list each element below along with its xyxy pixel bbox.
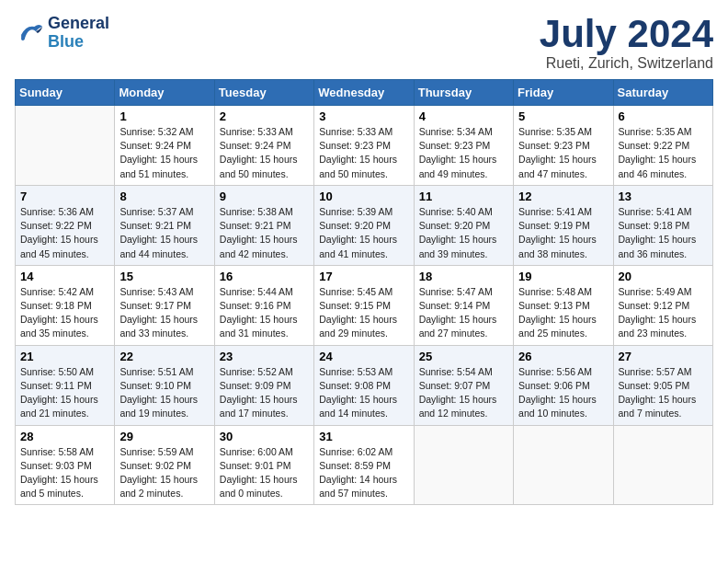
logo-line2: Blue	[48, 33, 109, 52]
day-header-monday: Monday	[115, 80, 214, 106]
calendar-week-row: 7Sunrise: 5:36 AMSunset: 9:22 PMDaylight…	[16, 185, 713, 265]
day-detail: Sunrise: 5:43 AMSunset: 9:17 PMDaylight:…	[119, 285, 209, 341]
calendar-cell: 28Sunrise: 5:58 AMSunset: 9:03 PMDayligh…	[16, 425, 115, 505]
day-number: 24	[319, 350, 408, 363]
day-number: 4	[419, 109, 508, 123]
day-number: 13	[619, 190, 708, 203]
day-detail: Sunrise: 6:02 AMSunset: 8:59 PMDaylight:…	[319, 445, 408, 501]
calendar-cell	[514, 425, 613, 505]
logo-bird-icon	[15, 18, 44, 48]
day-detail: Sunrise: 5:42 AMSunset: 9:18 PMDaylight:…	[20, 285, 109, 341]
calendar-cell: 23Sunrise: 5:52 AMSunset: 9:09 PMDayligh…	[214, 345, 313, 425]
calendar-cell: 14Sunrise: 5:42 AMSunset: 9:18 PMDayligh…	[16, 265, 115, 345]
calendar-cell: 19Sunrise: 5:48 AMSunset: 9:13 PMDayligh…	[514, 265, 613, 345]
day-number: 21	[20, 350, 109, 363]
day-header-thursday: Thursday	[414, 80, 513, 106]
calendar-cell: 29Sunrise: 5:59 AMSunset: 9:02 PMDayligh…	[115, 425, 214, 505]
day-detail: Sunrise: 5:32 AMSunset: 9:24 PMDaylight:…	[119, 125, 209, 181]
day-detail: Sunrise: 5:54 AMSunset: 9:07 PMDaylight:…	[419, 365, 508, 421]
calendar-title: July 2024	[540, 15, 713, 53]
calendar-cell: 27Sunrise: 5:57 AMSunset: 9:05 PMDayligh…	[613, 345, 712, 425]
calendar-cell	[16, 106, 115, 186]
day-detail: Sunrise: 6:00 AMSunset: 9:01 PMDaylight:…	[220, 445, 309, 501]
day-number: 22	[119, 350, 209, 363]
calendar-cell: 3Sunrise: 5:33 AMSunset: 9:23 PMDaylight…	[314, 106, 414, 186]
day-detail: Sunrise: 5:56 AMSunset: 9:06 PMDaylight:…	[518, 365, 608, 421]
calendar-cell: 1Sunrise: 5:32 AMSunset: 9:24 PMDaylight…	[115, 106, 214, 186]
day-detail: Sunrise: 5:59 AMSunset: 9:02 PMDaylight:…	[119, 445, 209, 501]
calendar-cell: 2Sunrise: 5:33 AMSunset: 9:24 PMDaylight…	[214, 106, 313, 186]
day-detail: Sunrise: 5:45 AMSunset: 9:15 PMDaylight:…	[319, 285, 408, 341]
calendar-cell: 11Sunrise: 5:40 AMSunset: 9:20 PMDayligh…	[414, 185, 513, 265]
day-number: 8	[119, 190, 209, 203]
day-number: 26	[518, 350, 608, 363]
day-detail: Sunrise: 5:38 AMSunset: 9:21 PMDaylight:…	[220, 205, 309, 261]
calendar-cell: 16Sunrise: 5:44 AMSunset: 9:16 PMDayligh…	[214, 265, 313, 345]
day-header-friday: Friday	[514, 80, 613, 106]
day-detail: Sunrise: 5:41 AMSunset: 9:19 PMDaylight:…	[518, 205, 608, 261]
day-number: 31	[319, 430, 408, 443]
calendar-cell: 6Sunrise: 5:35 AMSunset: 9:22 PMDaylight…	[613, 106, 712, 186]
day-number: 25	[419, 350, 508, 363]
calendar-week-row: 28Sunrise: 5:58 AMSunset: 9:03 PMDayligh…	[16, 425, 713, 505]
day-number: 16	[220, 270, 309, 283]
calendar-cell	[613, 425, 712, 505]
day-number: 17	[319, 270, 408, 283]
day-number: 11	[419, 190, 508, 203]
day-number: 1	[119, 109, 209, 123]
calendar-cell	[414, 425, 513, 505]
day-detail: Sunrise: 5:33 AMSunset: 9:23 PMDaylight:…	[319, 125, 408, 181]
day-number: 20	[619, 270, 708, 283]
day-detail: Sunrise: 5:34 AMSunset: 9:23 PMDaylight:…	[419, 125, 508, 181]
day-detail: Sunrise: 5:35 AMSunset: 9:23 PMDaylight:…	[518, 125, 608, 181]
calendar-cell: 18Sunrise: 5:47 AMSunset: 9:14 PMDayligh…	[414, 265, 513, 345]
day-detail: Sunrise: 5:51 AMSunset: 9:10 PMDaylight:…	[119, 365, 209, 421]
day-number: 9	[220, 190, 309, 203]
page-header: General Blue July 2024 Rueti, Zurich, Sw…	[15, 15, 713, 72]
day-number: 28	[20, 430, 109, 443]
day-number: 3	[319, 109, 408, 123]
day-detail: Sunrise: 5:47 AMSunset: 9:14 PMDaylight:…	[419, 285, 508, 341]
calendar-cell: 8Sunrise: 5:37 AMSunset: 9:21 PMDaylight…	[115, 185, 214, 265]
day-detail: Sunrise: 5:53 AMSunset: 9:08 PMDaylight:…	[319, 365, 408, 421]
calendar-cell: 26Sunrise: 5:56 AMSunset: 9:06 PMDayligh…	[514, 345, 613, 425]
day-header-wednesday: Wednesday	[314, 80, 414, 106]
logo-line1: General	[48, 15, 109, 33]
calendar-cell: 7Sunrise: 5:36 AMSunset: 9:22 PMDaylight…	[16, 185, 115, 265]
day-number: 30	[220, 430, 309, 443]
calendar-cell: 25Sunrise: 5:54 AMSunset: 9:07 PMDayligh…	[414, 345, 513, 425]
day-detail: Sunrise: 5:36 AMSunset: 9:22 PMDaylight:…	[20, 205, 109, 261]
day-number: 5	[518, 109, 608, 123]
day-detail: Sunrise: 5:52 AMSunset: 9:09 PMDaylight:…	[220, 365, 309, 421]
day-number: 12	[518, 190, 608, 203]
day-detail: Sunrise: 5:44 AMSunset: 9:16 PMDaylight:…	[220, 285, 309, 341]
calendar-week-row: 1Sunrise: 5:32 AMSunset: 9:24 PMDaylight…	[16, 106, 713, 186]
day-number: 19	[518, 270, 608, 283]
calendar-cell: 30Sunrise: 6:00 AMSunset: 9:01 PMDayligh…	[214, 425, 313, 505]
calendar-cell: 20Sunrise: 5:49 AMSunset: 9:12 PMDayligh…	[613, 265, 712, 345]
day-number: 14	[20, 270, 109, 283]
day-header-tuesday: Tuesday	[214, 80, 313, 106]
day-header-sunday: Sunday	[16, 80, 115, 106]
day-detail: Sunrise: 5:48 AMSunset: 9:13 PMDaylight:…	[518, 285, 608, 341]
calendar-header-row: SundayMondayTuesdayWednesdayThursdayFrid…	[16, 80, 713, 106]
calendar-cell: 13Sunrise: 5:41 AMSunset: 9:18 PMDayligh…	[613, 185, 712, 265]
day-header-saturday: Saturday	[613, 80, 712, 106]
day-detail: Sunrise: 5:50 AMSunset: 9:11 PMDaylight:…	[20, 365, 109, 421]
day-number: 7	[20, 190, 109, 203]
calendar-cell: 9Sunrise: 5:38 AMSunset: 9:21 PMDaylight…	[214, 185, 313, 265]
day-number: 18	[419, 270, 508, 283]
day-number: 2	[220, 109, 309, 123]
day-number: 29	[119, 430, 209, 443]
day-detail: Sunrise: 5:41 AMSunset: 9:18 PMDaylight:…	[619, 205, 708, 261]
day-detail: Sunrise: 5:57 AMSunset: 9:05 PMDaylight:…	[619, 365, 708, 421]
calendar-cell: 31Sunrise: 6:02 AMSunset: 8:59 PMDayligh…	[314, 425, 414, 505]
day-number: 27	[619, 350, 708, 363]
calendar-cell: 4Sunrise: 5:34 AMSunset: 9:23 PMDaylight…	[414, 106, 513, 186]
calendar-cell: 10Sunrise: 5:39 AMSunset: 9:20 PMDayligh…	[314, 185, 414, 265]
calendar-cell: 15Sunrise: 5:43 AMSunset: 9:17 PMDayligh…	[115, 265, 214, 345]
calendar-cell: 22Sunrise: 5:51 AMSunset: 9:10 PMDayligh…	[115, 345, 214, 425]
day-detail: Sunrise: 5:40 AMSunset: 9:20 PMDaylight:…	[419, 205, 508, 261]
logo: General Blue	[15, 15, 109, 52]
day-number: 10	[319, 190, 408, 203]
